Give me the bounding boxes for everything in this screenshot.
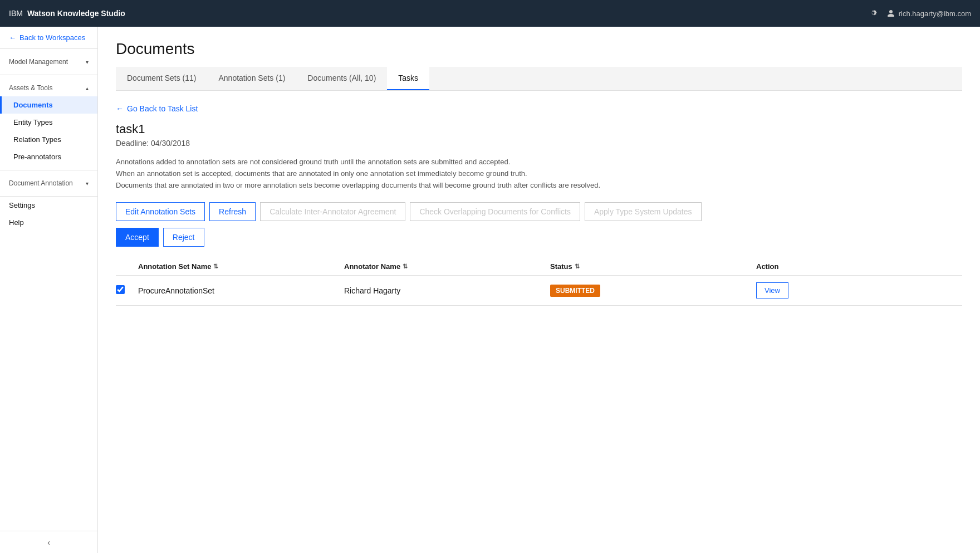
action-buttons-row1: Edit Annotation Sets Refresh Calculate I… — [116, 202, 962, 221]
back-to-task-list-link[interactable]: ← Go Back to Task List — [116, 104, 962, 113]
model-management-section: Model Management ▾ — [0, 49, 97, 75]
brand-name: Watson Knowledge Studio — [27, 9, 125, 18]
gear-icon[interactable] — [869, 8, 878, 19]
tab-document-sets[interactable]: Document Sets (11) — [116, 67, 208, 90]
sidebar-item-relation-types[interactable]: Relation Types — [0, 131, 97, 148]
row-action: View — [756, 282, 962, 298]
row-checkbox[interactable] — [116, 285, 125, 294]
sidebar-item-documents[interactable]: Documents — [0, 96, 97, 114]
annotator-name-value: Richard Hagarty — [344, 286, 400, 295]
task-info-line2: When an annotation set is accepted, docu… — [116, 168, 962, 180]
task-info-line3: Documents that are annotated in two or m… — [116, 180, 962, 192]
brand: IBM Watson Knowledge Studio — [9, 9, 125, 18]
task-deadline: Deadline: 04/30/2018 — [116, 139, 962, 148]
tab-documents-all[interactable]: Documents (All, 10) — [296, 67, 387, 90]
sidebar-item-relation-types-label: Relation Types — [13, 135, 61, 144]
task-info: Annotations added to annotation sets are… — [116, 156, 962, 191]
app-body: ← Back to Workspaces Model Management ▾ … — [0, 27, 980, 553]
tab-documents-all-label: Documents (All, 10) — [307, 74, 376, 82]
calculate-iaa-label: Calculate Inter-Annotator Agreement — [270, 207, 396, 216]
apply-type-system-label: Apply Type System Updates — [594, 207, 692, 216]
brand-ibm: IBM — [9, 9, 23, 18]
th-annotation-set-name: Annotation Set Name ⇅ — [138, 262, 344, 271]
status-badge: SUBMITTED — [550, 285, 600, 297]
back-to-task-list-label: Go Back to Task List — [127, 104, 198, 113]
back-to-workspaces[interactable]: ← Back to Workspaces — [0, 27, 97, 49]
sidebar-item-entity-types[interactable]: Entity Types — [0, 114, 97, 131]
accept-label: Accept — [125, 233, 149, 242]
row-annotator-name: Richard Hagarty — [344, 286, 550, 295]
back-to-workspaces-label: Back to Workspaces — [19, 33, 85, 42]
th-annotator-name-label: Annotator Name — [344, 262, 400, 271]
sidebar: ← Back to Workspaces Model Management ▾ … — [0, 27, 98, 553]
accept-button[interactable]: Accept — [116, 228, 159, 247]
row-annotation-set-name: ProcureAnnotationSet — [138, 286, 344, 295]
check-overlapping-button[interactable]: Check Overlapping Documents for Conflict… — [410, 202, 580, 221]
sidebar-item-documents-label: Documents — [13, 101, 53, 109]
refresh-label: Refresh — [219, 207, 246, 216]
th-status-label: Status — [550, 262, 572, 271]
refresh-button[interactable]: Refresh — [209, 202, 256, 221]
top-nav: IBM Watson Knowledge Studio rich.hagarty… — [0, 0, 980, 27]
th-action: Action — [756, 262, 962, 271]
edit-annotation-sets-label: Edit Annotation Sets — [125, 207, 195, 216]
tab-content: ← Go Back to Task List task1 Deadline: 0… — [98, 91, 980, 553]
assets-tools-header[interactable]: Assets & Tools ▴ — [0, 80, 97, 96]
back-arrow-icon-2: ← — [116, 104, 124, 113]
annotation-set-name-value: ProcureAnnotationSet — [138, 286, 214, 295]
apply-type-system-button[interactable]: Apply Type System Updates — [585, 202, 702, 221]
back-arrow-icon: ← — [9, 33, 16, 42]
row-checkbox-cell — [116, 285, 138, 296]
sidebar-item-pre-annotators-label: Pre-annotators — [13, 153, 61, 161]
annotation-sets-table: Annotation Set Name ⇅ Annotator Name ⇅ S… — [116, 258, 962, 306]
user-icon[interactable]: rich.hagarty@ibm.com — [886, 9, 971, 18]
tab-tasks[interactable]: Tasks — [387, 67, 429, 90]
edit-annotation-sets-button[interactable]: Edit Annotation Sets — [116, 202, 205, 221]
sidebar-item-help[interactable]: Help — [0, 214, 97, 231]
sidebar-collapse-button[interactable]: ‹ — [0, 531, 97, 553]
chevron-down-icon-2: ▾ — [86, 180, 89, 187]
sidebar-item-settings[interactable]: Settings — [0, 197, 97, 214]
th-action-label: Action — [756, 262, 778, 271]
user-email: rich.hagarty@ibm.com — [899, 9, 971, 18]
chevron-down-icon: ▾ — [86, 59, 89, 65]
th-annotator-name: Annotator Name ⇅ — [344, 262, 550, 271]
main-header: Documents Document Sets (11) Annotation … — [98, 27, 980, 91]
sort-icon-ann-set-name[interactable]: ⇅ — [213, 263, 218, 270]
assets-tools-section: Assets & Tools ▴ Documents Entity Types … — [0, 75, 97, 170]
main-content: Documents Document Sets (11) Annotation … — [98, 27, 980, 553]
document-annotation-header[interactable]: Document Annotation ▾ — [0, 175, 97, 192]
collapse-icon: ‹ — [47, 538, 50, 547]
task-info-line1: Annotations added to annotation sets are… — [116, 156, 962, 168]
accept-reject-row: Accept Reject — [116, 228, 962, 247]
tab-document-sets-label: Document Sets (11) — [127, 74, 197, 82]
sidebar-item-pre-annotators[interactable]: Pre-annotators — [0, 148, 97, 165]
assets-tools-label: Assets & Tools — [9, 84, 52, 92]
sort-icon-status[interactable]: ⇅ — [575, 263, 580, 270]
reject-button[interactable]: Reject — [163, 228, 204, 247]
table-header: Annotation Set Name ⇅ Annotator Name ⇅ S… — [116, 258, 962, 276]
chevron-up-icon: ▴ — [86, 85, 89, 91]
sort-icon-annotator-name[interactable]: ⇅ — [403, 263, 408, 270]
sidebar-item-settings-label: Settings — [9, 201, 35, 209]
view-button[interactable]: View — [756, 282, 788, 298]
nav-right: rich.hagarty@ibm.com — [869, 8, 971, 19]
sidebar-item-entity-types-label: Entity Types — [13, 118, 53, 126]
table-row: ProcureAnnotationSet Richard Hagarty SUB… — [116, 276, 962, 306]
task-name: task1 — [116, 122, 962, 136]
document-annotation-label: Document Annotation — [9, 179, 73, 187]
th-status: Status ⇅ — [550, 262, 756, 271]
model-management-header[interactable]: Model Management ▾ — [0, 53, 97, 70]
model-management-label: Model Management — [9, 58, 68, 66]
document-annotation-section: Document Annotation ▾ — [0, 170, 97, 197]
calculate-iaa-button[interactable]: Calculate Inter-Annotator Agreement — [260, 202, 405, 221]
th-checkbox — [116, 262, 138, 271]
tab-annotation-sets[interactable]: Annotation Sets (1) — [208, 67, 297, 90]
tabs-bar: Document Sets (11) Annotation Sets (1) D… — [116, 67, 962, 91]
row-status: SUBMITTED — [550, 285, 756, 297]
check-overlapping-label: Check Overlapping Documents for Conflict… — [419, 207, 571, 216]
page-title: Documents — [116, 40, 962, 58]
sidebar-item-help-label: Help — [9, 218, 24, 227]
th-annotation-set-name-label: Annotation Set Name — [138, 262, 211, 271]
tab-annotation-sets-label: Annotation Sets (1) — [219, 74, 286, 82]
